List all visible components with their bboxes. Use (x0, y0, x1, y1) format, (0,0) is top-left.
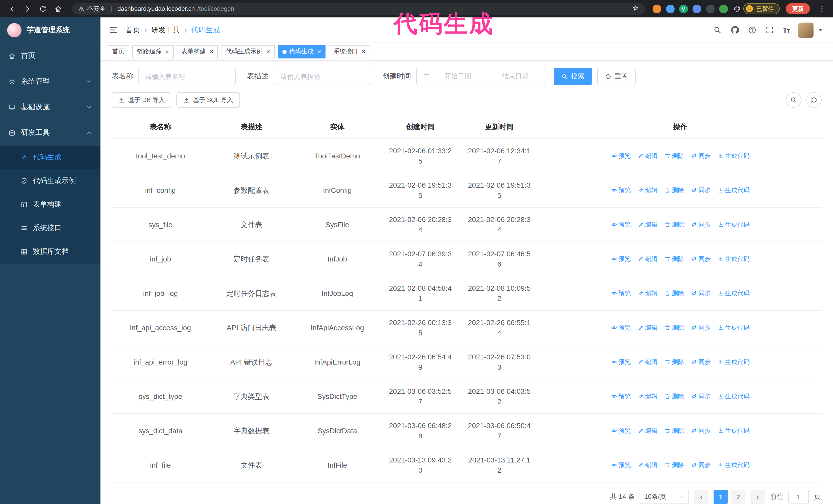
tab-close-icon[interactable]: × (317, 48, 321, 55)
preview-link[interactable]: 预览 (611, 426, 631, 436)
generate-code-link[interactable]: 生成代码 (717, 426, 750, 436)
edit-link[interactable]: 编辑 (638, 185, 658, 195)
font-size-icon[interactable]: TT (783, 26, 789, 34)
edit-link[interactable]: 编辑 (638, 391, 658, 402)
preview-link[interactable]: 预览 (611, 151, 631, 161)
preview-link[interactable]: 预览 (611, 254, 631, 264)
refresh-table-button[interactable] (806, 92, 822, 108)
ext-terminal-icon[interactable] (706, 4, 714, 13)
sync-link[interactable]: 同步 (691, 357, 711, 367)
sync-link[interactable]: 同步 (691, 322, 711, 333)
generate-code-link[interactable]: 生成代码 (717, 288, 750, 298)
generate-code-link[interactable]: 生成代码 (717, 185, 750, 195)
table-desc-input[interactable] (274, 68, 371, 85)
profile-paused-chip[interactable]: 已暂停 (743, 3, 780, 14)
delete-link[interactable]: 删除 (664, 288, 684, 298)
tab[interactable]: 代码生成示例× (221, 45, 275, 58)
table-name-input[interactable] (138, 68, 236, 85)
ext-lion-icon[interactable] (652, 4, 661, 13)
tab[interactable]: 链路追踪× (132, 45, 173, 58)
ext-people-icon[interactable] (692, 4, 701, 13)
sync-link[interactable]: 同步 (691, 219, 711, 230)
tab-close-icon[interactable]: × (266, 48, 270, 55)
import-sql-button[interactable]: 基于 SQL 导入 (176, 92, 240, 108)
hamburger-icon[interactable] (109, 25, 118, 35)
sync-link[interactable]: 同步 (691, 185, 711, 195)
reset-button[interactable]: 重置 (597, 68, 636, 85)
edit-link[interactable]: 编辑 (638, 322, 658, 333)
sidebar-item[interactable]: 基础设施 (0, 94, 100, 120)
bookmark-star-button[interactable] (632, 4, 639, 13)
delete-link[interactable]: 删除 (664, 357, 684, 367)
page-button[interactable]: 2 (731, 490, 745, 504)
generate-code-link[interactable]: 生成代码 (717, 219, 750, 230)
security-warning[interactable]: 不安全 (78, 4, 105, 13)
preview-link[interactable]: 预览 (611, 357, 631, 367)
generate-code-link[interactable]: 生成代码 (717, 322, 750, 333)
generate-code-link[interactable]: 生成代码 (717, 254, 750, 264)
preview-link[interactable]: 预览 (611, 288, 631, 298)
edit-link[interactable]: 编辑 (638, 426, 658, 436)
sidebar-subitem[interactable]: 数据库文档 (0, 240, 100, 264)
browser-home-button[interactable] (51, 2, 65, 16)
tab-close-icon[interactable]: × (209, 48, 213, 55)
delete-link[interactable]: 删除 (664, 254, 684, 264)
sidebar-subitem[interactable]: 表单构建 (0, 193, 100, 216)
generate-code-link[interactable]: 生成代码 (717, 357, 750, 367)
browser-update-button[interactable]: 更新 (786, 3, 810, 14)
ext-check-icon[interactable]: V (679, 4, 688, 13)
ext-drop-icon[interactable] (666, 4, 674, 13)
browser-back-button[interactable] (5, 2, 19, 16)
import-db-button[interactable]: 基于 DB 导入 (112, 92, 171, 108)
browser-reload-button[interactable] (36, 2, 49, 16)
edit-link[interactable]: 编辑 (638, 460, 658, 470)
delete-link[interactable]: 删除 (664, 460, 684, 470)
search-icon[interactable] (713, 26, 721, 34)
toggle-search-button[interactable] (786, 92, 801, 108)
sidebar-item[interactable]: 研发工具 (0, 120, 100, 146)
sync-link[interactable]: 同步 (691, 151, 711, 161)
browser-menu-button[interactable]: ⋮ (816, 4, 828, 13)
page-size-select[interactable]: 10条/页 (640, 490, 689, 504)
address-bar[interactable]: 不安全 | dashboard.yudao.iocoder.cn/tool/co… (72, 2, 645, 15)
delete-link[interactable]: 删除 (664, 322, 684, 333)
page-button[interactable]: 1 (714, 490, 728, 504)
edit-link[interactable]: 编辑 (638, 219, 658, 230)
generate-code-link[interactable]: 生成代码 (717, 460, 750, 470)
edit-link[interactable]: 编辑 (638, 254, 658, 264)
delete-link[interactable]: 删除 (664, 151, 684, 161)
sync-link[interactable]: 同步 (691, 254, 711, 264)
sidebar-subitem[interactable]: 系统接口 (0, 216, 100, 240)
preview-link[interactable]: 预览 (611, 185, 631, 195)
sync-link[interactable]: 同步 (691, 288, 711, 298)
tab[interactable]: 表单构建× (176, 45, 218, 58)
search-button[interactable]: 搜索 (554, 68, 592, 85)
sidebar-item[interactable]: 系统管理 (0, 69, 100, 94)
edit-link[interactable]: 编辑 (638, 288, 658, 298)
browser-forward-button[interactable] (21, 2, 34, 16)
breadcrumb-tools[interactable]: 研发工具 (151, 25, 180, 34)
sidebar-item[interactable]: 首页 (0, 43, 100, 69)
github-icon[interactable] (730, 26, 739, 34)
tab[interactable]: 代码生成× (278, 45, 326, 58)
delete-link[interactable]: 删除 (664, 391, 684, 402)
sync-link[interactable]: 同步 (691, 391, 711, 402)
edit-link[interactable]: 编辑 (638, 151, 658, 161)
ext-paw-icon[interactable] (719, 4, 728, 13)
avatar[interactable] (798, 22, 813, 38)
date-range-picker[interactable]: 开始日期 - 结束日期 (416, 68, 545, 85)
extensions-puzzle-icon[interactable] (733, 5, 741, 13)
preview-link[interactable]: 预览 (611, 391, 631, 402)
sidebar-subitem[interactable]: 代码生成示例 (0, 169, 100, 193)
preview-link[interactable]: 预览 (611, 322, 631, 333)
delete-link[interactable]: 删除 (664, 219, 684, 230)
preview-link[interactable]: 预览 (611, 219, 631, 230)
next-page-button[interactable]: › (751, 490, 765, 504)
tab[interactable]: 系统接口× (329, 45, 370, 58)
tab-close-icon[interactable]: × (165, 48, 169, 55)
generate-code-link[interactable]: 生成代码 (717, 151, 750, 161)
sidebar-subitem[interactable]: 代码生成 (0, 146, 100, 169)
user-menu[interactable] (798, 22, 825, 38)
preview-link[interactable]: 预览 (611, 460, 631, 470)
delete-link[interactable]: 删除 (664, 426, 684, 436)
